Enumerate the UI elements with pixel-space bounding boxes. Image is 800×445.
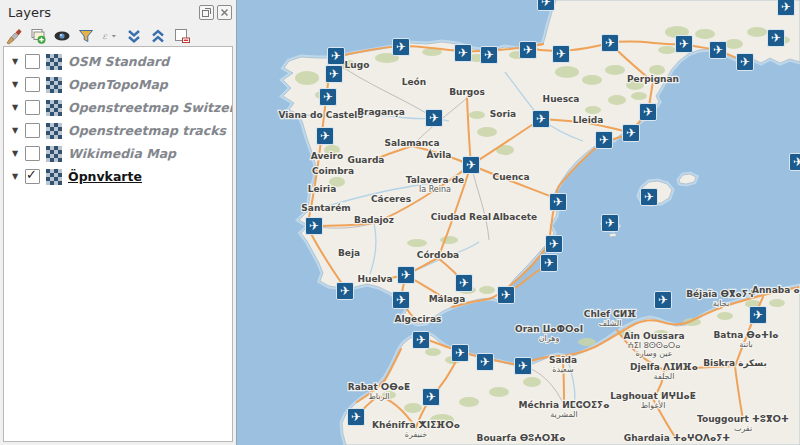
airport-marker[interactable]: ✈ [737, 54, 754, 71]
city-label: Leiria [308, 184, 337, 194]
airplane-icon: ✈ [501, 288, 511, 302]
layer-visibility-checkbox[interactable] [25, 146, 40, 161]
airport-marker[interactable]: ✈ [337, 283, 354, 300]
airport-marker[interactable]: ✈ [481, 47, 498, 64]
city-label-secondary: باتنة [739, 340, 753, 349]
airport-marker[interactable]: ✈ [641, 189, 658, 206]
airport-marker[interactable]: ✈ [326, 66, 343, 83]
city-label: Huelva [357, 274, 392, 284]
airport-marker[interactable]: ✈ [655, 292, 672, 309]
remove-layer-button[interactable] [172, 27, 191, 46]
manage-map-themes-button[interactable] [52, 27, 71, 46]
airport-marker[interactable]: ✈ [790, 154, 800, 171]
airport-marker[interactable]: ✈ [455, 45, 472, 62]
float-panel-button[interactable] [199, 5, 214, 20]
airport-marker[interactable]: ✈ [498, 287, 515, 304]
airport-marker[interactable]: ✈ [750, 307, 767, 324]
layer-row[interactable]: ▼✓Öpnvkarte [4, 165, 232, 188]
airport-marker[interactable]: ✈ [640, 104, 657, 121]
layer-name: Öpnvkarte [68, 169, 142, 184]
open-layer-styling-button[interactable] [4, 27, 23, 46]
airport-marker[interactable]: ✈ [602, 215, 619, 232]
panel-title: Layers [8, 5, 196, 20]
airport-marker[interactable]: ✈ [623, 125, 640, 142]
qgis-window: Layers [0, 0, 800, 445]
airport-marker[interactable]: ✈ [533, 111, 550, 128]
layer-row[interactable]: ▼OpenTopoMap [4, 73, 232, 96]
layer-row[interactable]: ▼Openstreetmap tracks [4, 119, 232, 142]
close-icon [220, 8, 229, 17]
airport-marker[interactable]: ✈ [710, 42, 727, 59]
airplane-icon: ✈ [599, 133, 609, 147]
wms-layer-icon [46, 77, 62, 93]
airport-marker[interactable]: ✈ [602, 35, 619, 52]
city-label: Salamanca [385, 138, 440, 148]
city-label: Saïda [549, 355, 577, 365]
airport-marker[interactable]: ✈ [306, 218, 323, 235]
airport-marker[interactable]: ✈ [393, 292, 410, 309]
airport-marker[interactable]: ✈ [553, 46, 570, 63]
city-label: Ain Oussara [624, 331, 685, 341]
expand-layer-icon[interactable]: ▼ [10, 103, 20, 112]
expand-layer-icon[interactable]: ▼ [10, 126, 20, 135]
airport-marker[interactable]: ✈ [393, 39, 410, 56]
layers-panel: Layers [0, 0, 237, 445]
airport-marker[interactable]: ✈ [423, 389, 440, 406]
airport-marker[interactable]: ✈ [596, 132, 613, 149]
city-label: Batna ⴱⴰⵜⵏⴰ [713, 330, 778, 340]
airport-marker[interactable]: ✈ [546, 236, 563, 253]
layer-visibility-checkbox[interactable] [25, 54, 40, 69]
airplane-icon: ✈ [309, 219, 319, 233]
airplane-icon: ✈ [644, 190, 654, 204]
airport-marker[interactable]: ✈ [778, 0, 795, 16]
airplane-icon: ✈ [643, 105, 653, 119]
airport-marker[interactable]: ✈ [676, 36, 693, 53]
layer-visibility-checkbox[interactable]: ✓ [25, 169, 40, 184]
airport-marker[interactable]: ✈ [541, 255, 558, 272]
city-label: Badajoz [354, 215, 394, 225]
add-group-button[interactable] [28, 27, 47, 46]
filter-legend-by-expression-button[interactable]: ε [100, 27, 119, 46]
expand-layer-icon[interactable]: ▼ [10, 57, 20, 66]
airport-marker[interactable]: ✈ [398, 267, 415, 284]
close-panel-button[interactable] [217, 5, 232, 20]
airport-marker[interactable]: ✈ [452, 345, 469, 362]
city-label: Lugo [345, 60, 370, 70]
collapse-all-button[interactable] [148, 27, 167, 46]
airport-marker[interactable]: ✈ [550, 194, 567, 211]
airport-marker[interactable]: ✈ [328, 48, 345, 65]
airport-marker[interactable]: ✈ [520, 42, 537, 59]
airplane-icon: ✈ [771, 31, 781, 45]
expand-all-button[interactable] [124, 27, 143, 46]
layer-visibility-checkbox[interactable] [25, 123, 40, 138]
layer-visibility-checkbox[interactable] [25, 100, 40, 115]
filter-legend-button[interactable] [76, 27, 95, 46]
airport-marker[interactable]: ✈ [538, 0, 555, 11]
airplane-icon: ✈ [793, 155, 800, 169]
layer-row[interactable]: ▼OSM Standard [4, 50, 232, 73]
airport-marker[interactable]: ✈ [320, 89, 337, 106]
airport-marker[interactable]: ✈ [515, 358, 532, 375]
airport-marker[interactable]: ✈ [413, 332, 430, 349]
expand-layer-icon[interactable]: ▼ [10, 80, 20, 89]
expand-layer-icon[interactable]: ▼ [10, 172, 20, 181]
map-canvas[interactable]: LugoLeónBurgosSoriaHuescaLleidaPerpignan… [237, 0, 800, 445]
city-label: Ávila [427, 149, 452, 160]
airport-marker[interactable]: ✈ [348, 409, 365, 426]
city-label: Albacete [493, 212, 537, 222]
airport-marker[interactable]: ✈ [456, 275, 473, 292]
airport-marker[interactable]: ✈ [317, 128, 334, 145]
airplane-icon: ✈ [556, 47, 566, 61]
airplane-icon: ✈ [320, 129, 330, 143]
layer-row[interactable]: ▼Openstreetmap Switzerland (L [4, 96, 232, 119]
layer-row[interactable]: ▼Wikimedia Map [4, 142, 232, 165]
airport-marker[interactable]: ✈ [477, 354, 494, 371]
city-label: Cáceres [371, 194, 411, 204]
airport-marker[interactable]: ✈ [768, 30, 785, 47]
airport-marker[interactable]: ✈ [426, 110, 443, 127]
expand-layer-icon[interactable]: ▼ [10, 149, 20, 158]
city-label-secondary: الرباط [368, 392, 389, 401]
layer-visibility-checkbox[interactable] [25, 77, 40, 92]
city-label-secondary: الأغواط [641, 400, 666, 410]
airport-marker[interactable]: ✈ [463, 157, 480, 174]
